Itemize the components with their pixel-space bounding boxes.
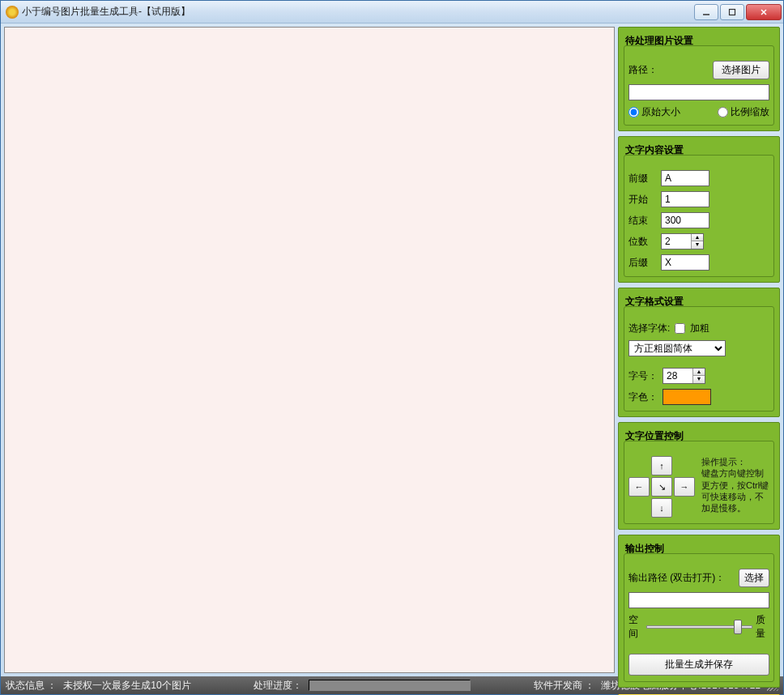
group-position: 文字位置控制 ↑ ← ↘ → ↓ 操作提示： 键盘方向键控制更方便，按Ctrl键… [618, 422, 780, 530]
group-text-content: 文字内容设置 前缀 开始 结束 位数 [618, 136, 780, 283]
quality-slider[interactable] [646, 625, 752, 629]
slider-left-label: 空间 [628, 613, 643, 641]
group-output: 输出控制 输出路径 (双击打开)： 选择 空间 质量 批量生 [618, 535, 780, 688]
move-down-button[interactable]: ↓ [651, 498, 672, 518]
group-title: 文字格式设置 [625, 295, 773, 309]
fontsize-input[interactable] [663, 369, 692, 383]
move-center-button[interactable]: ↘ [651, 477, 672, 497]
image-path-input[interactable] [628, 84, 769, 100]
path-label: 路径： [628, 63, 658, 77]
progress-bar [309, 680, 471, 691]
font-select[interactable]: 方正粗圆简体 [628, 340, 726, 356]
group-title: 输出控制 [625, 542, 773, 556]
body-area: 待处理图片设置 路径： 选择图片 原始大小 [1, 23, 783, 676]
radio-scale-input[interactable] [718, 107, 728, 117]
preview-canvas[interactable] [4, 27, 615, 673]
generate-button[interactable]: 批量生成并保存 [628, 654, 769, 676]
font-select-label: 选择字体: [628, 322, 670, 335]
slider-right-label: 质量 [756, 613, 770, 641]
digits-spinner[interactable]: ▲ ▼ [661, 233, 704, 249]
prefix-label: 前缀 [628, 172, 656, 185]
position-hint: 操作提示： 键盘方向键控制更方便，按Ctrl键可快速移动，不加是慢移。 [701, 456, 769, 514]
status-label: 状态信息 ： [6, 679, 57, 693]
digits-label: 位数 [628, 235, 656, 249]
window-buttons [694, 4, 782, 20]
radio-original-label: 原始大小 [641, 105, 680, 119]
arrow-left-icon: ← [635, 482, 644, 492]
color-swatch[interactable] [663, 389, 711, 405]
arrow-right-icon: → [680, 482, 689, 492]
minimize-button[interactable] [694, 4, 718, 20]
select-image-button[interactable]: 选择图片 [713, 61, 769, 79]
minimize-icon [702, 8, 710, 16]
group-title: 文字内容设置 [625, 143, 773, 157]
maximize-button[interactable] [720, 4, 744, 20]
arrow-down-icon: ↓ [659, 503, 664, 513]
app-icon [6, 6, 19, 19]
titlebar: 小于编号图片批量生成工具-【试用版】 [1, 1, 783, 23]
fontsize-up-button[interactable]: ▲ [693, 369, 705, 376]
select-output-button[interactable]: 选择 [739, 569, 769, 587]
suffix-input[interactable] [661, 254, 709, 271]
digits-up-button[interactable]: ▲ [692, 234, 703, 241]
suffix-label: 后缀 [628, 256, 656, 270]
arrow-diag-icon: ↘ [658, 482, 666, 492]
status-text: 未授权一次最多生成10个图片 [63, 679, 190, 693]
group-text-format: 文字格式设置 选择字体: 加粗 方正粗圆简体 字号： [618, 288, 780, 417]
direction-pad: ↑ ← ↘ → ↓ [628, 456, 695, 518]
close-icon [760, 8, 768, 16]
window-title: 小于编号图片批量生成工具-【试用版】 [22, 5, 694, 19]
prefix-input[interactable] [661, 170, 709, 186]
bold-label: 加粗 [690, 322, 709, 335]
move-left-button[interactable]: ← [628, 477, 650, 497]
end-label: 结束 [628, 214, 656, 228]
group-image-settings: 待处理图片设置 路径： 选择图片 原始大小 [618, 27, 780, 131]
color-label: 字色： [628, 390, 658, 404]
progress-label: 处理进度： [254, 679, 302, 693]
svg-rect-1 [730, 9, 735, 15]
radio-scale[interactable]: 比例缩放 [718, 105, 769, 119]
group-title: 待处理图片设置 [625, 34, 773, 48]
digits-input[interactable] [662, 234, 691, 249]
radio-scale-label: 比例缩放 [731, 105, 769, 119]
digits-down-button[interactable]: ▼ [692, 241, 703, 249]
start-label: 开始 [628, 193, 656, 207]
arrow-up-icon: ↑ [659, 461, 664, 471]
maximize-icon [728, 8, 736, 16]
group-title: 文字位置控制 [625, 429, 773, 443]
size-label: 字号： [628, 369, 658, 383]
start-input[interactable] [661, 191, 709, 207]
close-button[interactable] [746, 4, 782, 20]
output-path-label: 输出路径 (双击打开)： [628, 571, 734, 585]
radio-original-size[interactable]: 原始大小 [628, 105, 680, 119]
vendor-label: 软件开发商 ： [534, 679, 594, 693]
radio-original-input[interactable] [628, 107, 639, 117]
output-path-input[interactable] [628, 592, 769, 608]
fontsize-down-button[interactable]: ▼ [693, 376, 705, 383]
end-input[interactable] [661, 212, 709, 228]
right-panel: 待处理图片设置 路径： 选择图片 原始大小 [618, 27, 780, 673]
bold-checkbox[interactable] [675, 323, 685, 334]
app-window: 小于编号图片批量生成工具-【试用版】 待处理图片设置 路径： [0, 0, 784, 695]
move-right-button[interactable]: → [674, 477, 695, 497]
move-up-button[interactable]: ↑ [651, 456, 672, 475]
fontsize-spinner[interactable]: ▲ ▼ [663, 368, 705, 384]
